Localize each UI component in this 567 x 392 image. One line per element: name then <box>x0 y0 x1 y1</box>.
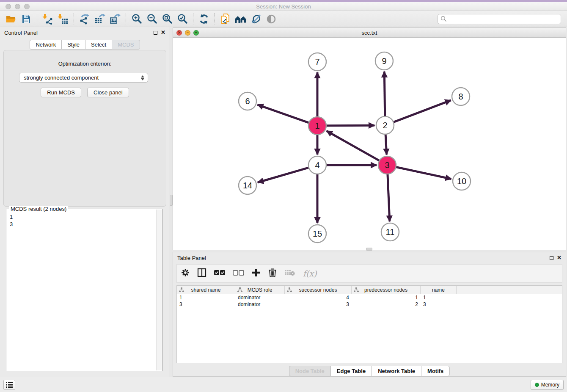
column-header-shared-name[interactable]: shared name <box>177 286 235 294</box>
export-image-button[interactable] <box>107 12 123 26</box>
graph-node-7[interactable]: 7 <box>308 53 326 71</box>
add-row-button[interactable] <box>251 268 261 279</box>
graph-node-11[interactable]: 11 <box>381 223 399 241</box>
panel-splitter-handle[interactable] <box>170 195 173 206</box>
result-scrollbar[interactable] <box>156 210 162 370</box>
float-panel-icon[interactable] <box>154 31 157 35</box>
graph-node-8[interactable]: 8 <box>452 88 470 105</box>
tab-network-table[interactable]: Network Table <box>372 366 421 376</box>
zoom-in-icon <box>131 14 142 25</box>
column-header-predecessor-nodes[interactable]: predecessor nodes <box>352 286 421 294</box>
birdseye-view-button[interactable] <box>264 12 279 26</box>
graph-node-2[interactable]: 2 <box>376 116 394 134</box>
apply-layout-button[interactable] <box>196 12 212 26</box>
tab-motifs[interactable]: Motifs <box>421 366 450 376</box>
column-settings-button[interactable] <box>181 268 190 279</box>
zoom-fit-button[interactable] <box>160 12 175 26</box>
run-mcds-button[interactable]: Run MCDS <box>41 88 81 97</box>
close-panel-icon[interactable]: ✕ <box>161 30 165 35</box>
network-window-titlebar: ✕ − + scc.txt <box>173 28 566 38</box>
node-table[interactable]: shared name MCDS role <box>176 285 562 363</box>
cell-name: 1 <box>421 294 457 301</box>
graph-node-6[interactable]: 6 <box>239 92 256 110</box>
cell-mcds-role: dominator <box>235 301 285 308</box>
search-icon <box>440 16 447 22</box>
table-row[interactable]: 1 dominator 4 1 1 <box>177 294 562 301</box>
graph-edge-2-8[interactable] <box>394 100 451 122</box>
task-history-button[interactable] <box>3 380 15 390</box>
graph-edge-3-1[interactable] <box>327 131 380 160</box>
graph-node-14[interactable]: 14 <box>239 177 256 194</box>
graph-edge-2-3[interactable] <box>385 134 387 155</box>
close-table-panel-icon[interactable]: ✕ <box>557 256 561 260</box>
save-session-button[interactable] <box>19 12 34 26</box>
export-image-icon <box>110 14 121 25</box>
export-table-button[interactable] <box>92 12 107 26</box>
graph-node-1[interactable]: 1 <box>308 117 326 135</box>
graph-edge-2-9[interactable] <box>384 72 385 116</box>
column-header-mcds-role[interactable]: MCDS role <box>235 286 285 294</box>
graph-edge-4-14[interactable] <box>258 168 309 182</box>
mcds-result-line: 3 <box>10 221 159 228</box>
graph-edge-1-6[interactable] <box>258 105 309 123</box>
graph-node-15[interactable]: 15 <box>308 225 326 243</box>
network-canvas[interactable]: 7968124314101511 <box>173 38 566 250</box>
graph-node-label: 2 <box>383 121 387 130</box>
search-field[interactable] <box>438 14 561 24</box>
graph-edge-1-2[interactable] <box>326 125 374 126</box>
network-splitter-handle[interactable] <box>366 248 372 251</box>
graph-node-3[interactable]: 3 <box>378 156 396 174</box>
hierarchy-icon <box>179 287 184 293</box>
column-header-name[interactable]: name <box>421 286 457 294</box>
select-all-button[interactable] <box>214 270 225 277</box>
mcds-result-box: MCDS result (2 nodes) 1 3 <box>6 209 162 371</box>
new-network-from-selection-button[interactable] <box>218 12 233 26</box>
tab-style[interactable]: Style <box>61 40 85 50</box>
import-network-button[interactable] <box>40 12 55 26</box>
memory-button[interactable]: Memory <box>531 380 564 390</box>
control-panel-header: Control Panel ✕ <box>0 27 170 38</box>
zoom-out-button[interactable] <box>144 12 160 26</box>
plus-icon <box>251 268 261 277</box>
zoom-selected-icon <box>177 14 188 25</box>
control-panel: Control Panel ✕ Network Style Select MCD… <box>0 27 170 377</box>
graph-edge-3-10[interactable] <box>396 167 451 179</box>
graph-node-4[interactable]: 4 <box>308 156 326 174</box>
cell-shared-name: 1 <box>177 294 235 301</box>
zoom-in-button[interactable] <box>129 12 144 26</box>
network-title: scc.txt <box>173 30 566 36</box>
open-session-button[interactable] <box>3 12 19 26</box>
toolbar-separator <box>126 13 126 25</box>
first-neighbors-button[interactable] <box>233 12 248 26</box>
tab-edge-table[interactable]: Edge Table <box>330 366 372 376</box>
session-title: Session: New Session <box>0 3 567 10</box>
tab-node-table[interactable]: Node Table <box>289 366 330 376</box>
dropdown-stepper-icon <box>141 75 146 80</box>
duplicate-network-icon <box>220 13 231 25</box>
toggle-split-view-button[interactable] <box>197 268 206 279</box>
network-view-window: ✕ − + scc.txt 7968124314101511 <box>173 28 566 250</box>
graph-node-9[interactable]: 9 <box>375 52 393 70</box>
column-header-successor-nodes[interactable]: successor nodes <box>285 286 352 294</box>
graph-edge-3-11[interactable] <box>388 174 390 221</box>
deselect-all-button[interactable] <box>233 270 244 277</box>
export-table-icon <box>94 14 105 25</box>
tab-network[interactable]: Network <box>30 40 61 50</box>
tab-mcds[interactable]: MCDS <box>112 40 140 50</box>
graph-node-10[interactable]: 10 <box>453 172 471 190</box>
import-table-button[interactable] <box>55 12 71 26</box>
close-panel-button[interactable]: Close panel <box>87 88 129 97</box>
search-input[interactable] <box>447 16 558 22</box>
criterion-dropdown[interactable]: strongly connected component <box>19 73 148 83</box>
zoom-out-icon <box>146 14 157 25</box>
delete-selected-button[interactable] <box>268 268 277 279</box>
float-table-panel-icon[interactable] <box>550 256 553 260</box>
show-graphics-details-button[interactable] <box>248 12 264 26</box>
list-icon <box>6 382 13 388</box>
export-network-button[interactable] <box>77 12 92 26</box>
houses-icon <box>234 14 247 24</box>
zoom-selected-button[interactable] <box>175 12 190 26</box>
tab-select[interactable]: Select <box>85 40 112 50</box>
table-row[interactable]: 3 dominator 3 2 3 <box>177 301 562 308</box>
optimization-criterion-label: Optimization criterion: <box>4 61 166 67</box>
